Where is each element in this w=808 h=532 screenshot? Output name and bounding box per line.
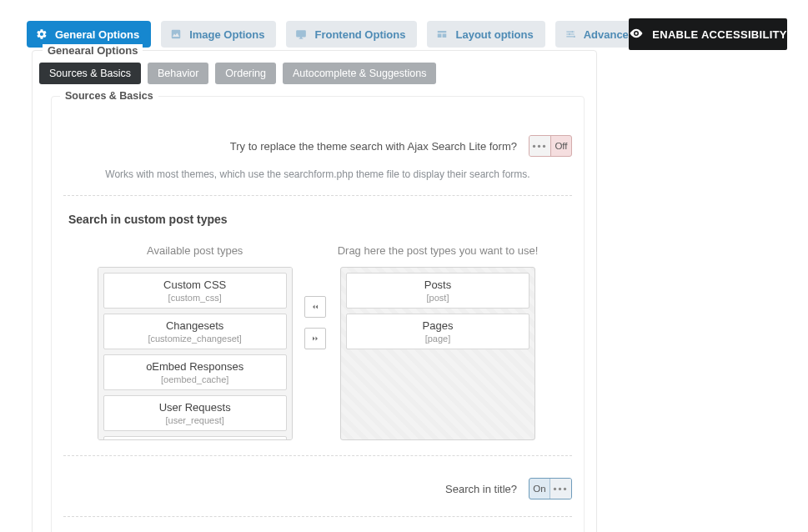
post-type-slug: [page] — [350, 334, 525, 344]
inner-title: Sources & Basics — [60, 90, 158, 102]
post-type-slug: [user_request] — [108, 415, 283, 425]
sub-tab-behavior[interactable]: Behavior — [148, 63, 208, 84]
replace-search-hint: Works with most themes, which use the se… — [63, 168, 572, 180]
available-post-types-list[interactable]: Custom CSS[custom_css]Changesets[customi… — [98, 267, 293, 440]
post-type-slug: [customize_changeset] — [108, 334, 283, 344]
tab-frontend[interactable]: Frontend Options — [286, 21, 417, 48]
search-content-row: Search in content? On ••• — [63, 529, 572, 532]
post-type-name: Posts — [350, 279, 525, 291]
tab-layout[interactable]: Layout options — [427, 21, 545, 48]
eye-icon — [629, 26, 644, 43]
toggle-state: On — [529, 479, 550, 499]
separator — [63, 455, 572, 456]
separator — [63, 195, 572, 196]
enable-accessibility-button[interactable]: ENABLE ACCESSIBILITY — [629, 18, 787, 50]
post-type-name: Changesets — [108, 319, 283, 332]
post-type-slug: [custom_css] — [108, 293, 283, 303]
svg-point-0 — [571, 31, 573, 33]
chevron-double-right-icon — [310, 334, 320, 344]
replace-search-label: Try to replace the theme search with Aja… — [230, 140, 517, 153]
search-title-label: Search in title? — [445, 483, 517, 495]
sub-tab-ordering[interactable]: Ordering — [215, 63, 276, 84]
post-type-slug: [post] — [350, 293, 525, 303]
post-type-name: User Requests — [108, 401, 283, 414]
available-header: Available post types — [147, 244, 243, 257]
gear-icon — [35, 28, 48, 41]
toggle-state: Off — [551, 136, 571, 156]
svg-point-2 — [573, 36, 575, 38]
post-type-item[interactable]: Pages[page] — [346, 314, 529, 349]
sliders-icon — [564, 28, 577, 41]
post-type-name: Custom CSS — [108, 279, 283, 291]
custom-post-types-title: Search in custom post types — [68, 213, 572, 226]
sub-tab-sources[interactable]: Sources & Basics — [39, 63, 141, 84]
post-type-item[interactable]: oEmbed Responses[oembed_cache] — [103, 354, 287, 390]
tab-label: Frontend Options — [314, 28, 405, 41]
post-type-item[interactable]: Changesets[customize_changeset] — [103, 314, 287, 349]
tab-image[interactable]: Image Options — [161, 21, 276, 48]
toggle-handle-icon: ••• — [550, 479, 571, 499]
move-buttons-column — [304, 296, 326, 349]
available-column: Available post types Custom CSS[custom_c… — [98, 244, 293, 440]
replace-search-toggle[interactable]: ••• Off — [529, 135, 572, 157]
image-icon — [169, 28, 183, 41]
selected-post-types-drop[interactable]: Posts[post]Pages[page] — [340, 267, 535, 440]
tab-label: Image Options — [189, 28, 264, 41]
svg-point-3 — [635, 32, 638, 34]
post-type-item[interactable]: Posts[post] — [346, 273, 529, 309]
toggle-handle-icon: ••• — [529, 136, 551, 156]
separator — [63, 516, 572, 517]
post-type-name: oEmbed Responses — [108, 360, 283, 373]
post-type-slug: [oembed_cache] — [108, 374, 283, 384]
post-type-item[interactable]: Custom CSS[custom_css] — [103, 273, 287, 309]
panel-title: Genearal Options — [43, 44, 143, 57]
post-type-item[interactable] — [103, 436, 287, 440]
drag-header: Drag here the post types you want to use… — [338, 244, 539, 257]
replace-search-row: Try to replace the theme search with Aja… — [63, 130, 572, 162]
move-left-button[interactable] — [304, 296, 326, 318]
post-type-dual-list: Available post types Custom CSS[custom_c… — [63, 244, 572, 440]
chevron-double-left-icon — [310, 302, 320, 312]
post-type-item[interactable]: User Requests[user_request] — [103, 395, 287, 431]
svg-point-1 — [568, 33, 570, 35]
tab-label: Advanced — [584, 28, 635, 41]
move-right-button[interactable] — [304, 328, 326, 349]
monitor-icon — [294, 28, 308, 41]
layout-icon — [435, 28, 449, 41]
post-type-name: Pages — [350, 319, 525, 332]
tab-label: General Options — [55, 28, 139, 41]
sources-basics-panel: Sources & Basics Try to replace the them… — [51, 96, 585, 532]
search-title-row: Search in title? On ••• — [63, 473, 572, 504]
search-title-toggle[interactable]: On ••• — [529, 478, 572, 499]
selected-column: Drag here the post types you want to use… — [338, 244, 539, 440]
general-options-panel: Genearal Options Sources & Basics Behavi… — [32, 50, 597, 532]
tab-label: Layout options — [455, 28, 533, 41]
sub-tab-autocomplete[interactable]: Autocomplete & Suggestions — [283, 63, 437, 84]
accessibility-label: ENABLE ACCESSIBILITY — [652, 28, 787, 41]
